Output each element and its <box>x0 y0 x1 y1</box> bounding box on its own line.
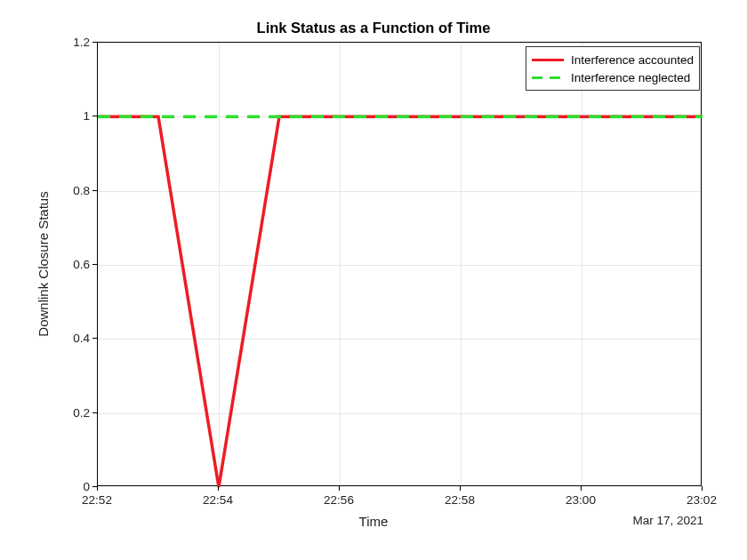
x-tick-label: 22:52 <box>82 493 112 507</box>
legend-swatch-solid-icon <box>532 59 564 61</box>
y-axis-label: Downlink Closure Status <box>36 191 51 336</box>
y-tick-label: 0.2 <box>73 405 90 419</box>
date-annotation-text: Mar 17, 2021 <box>632 514 703 527</box>
x-axis-label-text: Time <box>359 514 389 529</box>
x-tick <box>97 486 98 491</box>
legend-entry-0: Interference accounted <box>532 51 694 68</box>
series-line-0 <box>98 116 703 487</box>
y-tick-label: 0 <box>83 480 90 493</box>
y-tick <box>92 486 97 487</box>
x-tick-label: 22:56 <box>324 493 354 507</box>
legend-label-0: Interference accounted <box>571 53 694 67</box>
y-tick <box>92 264 97 265</box>
y-tick <box>92 412 97 413</box>
y-tick-label: 0.6 <box>73 258 90 271</box>
y-tick-label: 0.4 <box>73 332 90 345</box>
legend: Interference accounted Interference negl… <box>526 46 700 91</box>
x-tick-label: 23:02 <box>687 493 717 507</box>
y-tick-label: 0.8 <box>73 183 90 196</box>
date-annotation: Mar 17, 2021 <box>632 514 703 527</box>
y-tick <box>92 116 97 116</box>
x-tick <box>581 486 582 491</box>
x-tick-label: 22:58 <box>445 493 475 507</box>
x-tick-label: 22:54 <box>203 493 233 507</box>
x-tick-label: 23:00 <box>566 493 596 507</box>
x-tick <box>702 486 703 491</box>
y-tick <box>92 338 97 339</box>
chart-title: Link Status as a Function of Time <box>0 20 747 36</box>
x-tick <box>218 486 219 491</box>
legend-entry-1: Interference neglected <box>532 68 694 86</box>
y-axis-label-text: Downlink Closure Status <box>36 191 51 336</box>
legend-label-1: Interference neglected <box>571 71 690 84</box>
y-tick <box>92 42 97 43</box>
x-tick <box>339 486 340 491</box>
title-text: Link Status as a Function of Time <box>257 20 491 36</box>
plot-area <box>97 42 702 486</box>
y-tick-label: 1 <box>83 109 90 123</box>
x-tick <box>460 486 461 491</box>
series-layer <box>98 43 703 487</box>
y-tick-label: 1.2 <box>73 36 90 49</box>
figure-canvas: Link Status as a Function of Time Downli… <box>0 0 747 560</box>
y-tick <box>92 190 97 191</box>
